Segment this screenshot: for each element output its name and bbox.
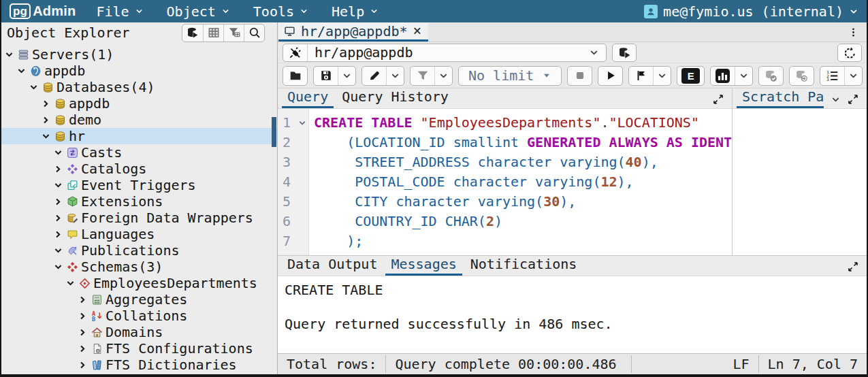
- tree-item-event-triggers[interactable]: Event Triggers: [1, 177, 277, 193]
- row-limit-select[interactable]: No limit: [459, 67, 561, 85]
- code-line[interactable]: 1CREATE TABLE "EmployeesDepartments"."LO…: [278, 113, 732, 133]
- chevron-down-icon[interactable]: [16, 66, 27, 76]
- db-play-icon: [618, 46, 631, 59]
- code-line[interactable]: 3 STREET_ADDRESS character varying(40),: [278, 152, 732, 172]
- chevron-down-icon: [135, 7, 144, 16]
- chevron-right-icon[interactable]: [41, 115, 51, 125]
- chevron-down-icon[interactable]: [53, 262, 63, 272]
- scratch-pad-area[interactable]: [733, 109, 867, 255]
- tree-item-appdb[interactable]: appdb: [1, 63, 277, 79]
- kebab-menu-icon[interactable]: [840, 22, 867, 42]
- tree-item-casts[interactable]: Casts: [1, 144, 277, 161]
- search-objects-button[interactable]: [244, 24, 264, 42]
- tree-item-foreign-data-wrappers[interactable]: Foreign Data Wrappers: [1, 210, 277, 226]
- commit-button[interactable]: [759, 67, 783, 85]
- macros-button[interactable]: 123: [820, 67, 844, 85]
- chevron-down-icon[interactable]: [53, 246, 63, 256]
- open-file-button[interactable]: [283, 67, 307, 85]
- save-options-button[interactable]: [338, 67, 355, 85]
- filter-options-button[interactable]: [434, 67, 452, 85]
- macros-options-button[interactable]: [844, 67, 862, 85]
- user-menu[interactable]: me@fymio.us (internal): [644, 3, 858, 20]
- code-line[interactable]: 4 POSTAL_CODE character varying(12),: [278, 172, 732, 192]
- sql-editor[interactable]: 1CREATE TABLE "EmployeesDepartments"."LO…: [278, 109, 732, 255]
- new-connection-button[interactable]: [612, 44, 637, 62]
- chevron-right-icon[interactable]: [41, 99, 51, 109]
- edit-options-button[interactable]: [386, 67, 404, 85]
- refresh-button[interactable]: [837, 44, 862, 62]
- rollback-button[interactable]: [790, 67, 814, 85]
- tree-item-domains[interactable]: Domains: [1, 324, 277, 340]
- tab-notifications[interactable]: Notifications: [465, 256, 583, 276]
- filter-button[interactable]: [411, 67, 434, 85]
- expand-icon[interactable]: [848, 261, 858, 272]
- menu-file[interactable]: File: [96, 3, 143, 20]
- filtered-rows-button[interactable]: [223, 24, 244, 42]
- chevron-right-icon[interactable]: [53, 197, 63, 207]
- tree-item-fts-dictionaries[interactable]: FTS Dictionaries: [1, 357, 277, 373]
- tab-query[interactable]: Query: [282, 88, 334, 108]
- explain-button[interactable]: E: [677, 67, 704, 85]
- chevron-right-icon[interactable]: [53, 213, 63, 223]
- cursor-position[interactable]: Ln 7, Col 7: [759, 354, 867, 374]
- chevron-down-icon[interactable]: [582, 48, 606, 58]
- tree-item-schemas-3[interactable]: Schemas(3): [1, 259, 277, 275]
- save-button[interactable]: [314, 67, 338, 85]
- chevron-right-icon[interactable]: [53, 229, 63, 240]
- code-line[interactable]: 5 CITY character varying(30),: [278, 192, 732, 212]
- chevron-down-icon[interactable]: [41, 131, 51, 142]
- chevron-right-icon[interactable]: [78, 295, 88, 305]
- connect-database-button[interactable]: [182, 24, 203, 42]
- chevron-down-icon[interactable]: [65, 278, 76, 289]
- stop-button[interactable]: [568, 67, 592, 85]
- expand-icon[interactable]: [713, 94, 724, 105]
- fold-chevron-icon[interactable]: [295, 113, 309, 133]
- tree-item-hr[interactable]: hr: [1, 128, 277, 144]
- connection-select[interactable]: hr/app@appdb: [283, 44, 607, 62]
- tree-item-catalogs[interactable]: Catalogs: [1, 161, 277, 177]
- code-line[interactable]: 2 (LOCATION_ID smallint GENERATED ALWAYS…: [278, 133, 732, 152]
- menu-tools[interactable]: Tools: [253, 3, 308, 20]
- explain-options-button[interactable]: [735, 67, 752, 85]
- tree-item-aggregates[interactable]: Aggregates: [1, 291, 277, 308]
- menu-object[interactable]: Object: [167, 3, 230, 20]
- close-icon[interactable]: ×: [413, 24, 422, 38]
- menu-help[interactable]: Help: [332, 3, 379, 20]
- code-line[interactable]: 7 );: [278, 231, 732, 251]
- query-tool-tab[interactable]: hr/app@appdb* ×: [278, 22, 428, 42]
- eol-indicator[interactable]: LF: [724, 354, 758, 374]
- edit-button[interactable]: [362, 67, 386, 85]
- chevron-down-icon[interactable]: [53, 148, 63, 158]
- tree-item-languages[interactable]: Languages: [1, 226, 277, 242]
- chevron-right-icon[interactable]: [78, 311, 88, 321]
- chevron-right-icon[interactable]: [53, 164, 63, 174]
- tree-item-collations[interactable]: ABCollations: [1, 308, 277, 324]
- tab-data-output[interactable]: Data Output: [282, 256, 383, 276]
- chevron-right-icon[interactable]: [78, 360, 88, 370]
- execute-options-button[interactable]: [653, 67, 671, 85]
- view-table-data-button[interactable]: [203, 24, 223, 42]
- chevron-right-icon[interactable]: [78, 344, 88, 354]
- tab-scratch-pad[interactable]: Scratch Pa: [737, 88, 824, 108]
- tree-item-extensions[interactable]: Extensions: [1, 193, 277, 210]
- code-line[interactable]: 6 COUNTRY_ID CHAR(2): [278, 212, 732, 231]
- tab-query-history[interactable]: Query History: [336, 88, 454, 108]
- execute-script-button[interactable]: [629, 67, 653, 85]
- explain-analyze-button[interactable]: [711, 67, 735, 85]
- tree-item-appdb[interactable]: appdb: [1, 95, 277, 112]
- tree-item-demo[interactable]: demo: [1, 112, 277, 128]
- chevron-down-icon[interactable]: [29, 82, 39, 93]
- tree-item-fts-configurations[interactable]: FTS Configurations: [1, 340, 277, 357]
- tree-item-databases-4[interactable]: Databases(4): [1, 79, 277, 95]
- tree-scrollbar[interactable]: [272, 117, 276, 147]
- tree-item-publications[interactable]: Publications: [1, 242, 277, 259]
- tree-item-servers-1[interactable]: Servers(1): [1, 46, 277, 63]
- tree-item-employeesdepartments[interactable]: EmployeesDepartments: [1, 275, 277, 291]
- tab-messages[interactable]: Messages: [385, 256, 462, 276]
- chevron-down-icon[interactable]: [53, 180, 63, 191]
- chevron-down-icon[interactable]: [4, 50, 14, 60]
- expand-icon[interactable]: [848, 94, 858, 105]
- execute-button[interactable]: [598, 67, 622, 85]
- chevron-down-icon[interactable]: [831, 95, 841, 105]
- chevron-right-icon[interactable]: [78, 327, 88, 338]
